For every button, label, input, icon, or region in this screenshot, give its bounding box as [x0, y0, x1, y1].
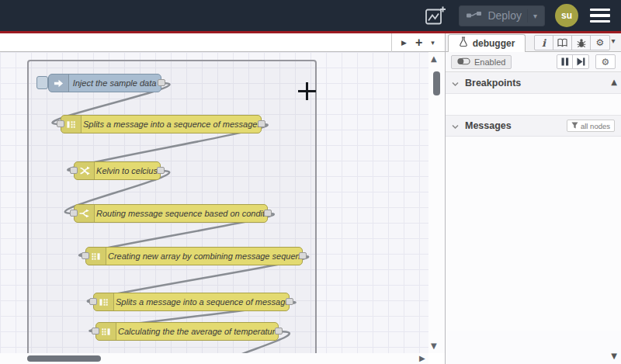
menu-bar — [590, 20, 610, 23]
output-port[interactable] — [258, 120, 265, 127]
node-label: Calculating the the average of temperatu… — [118, 323, 276, 340]
flow-node-split[interactable]: Splits a message into a sequence of mess… — [93, 293, 290, 311]
flow-canvas[interactable]: Inject the sample dataSplits a message i… — [0, 52, 428, 353]
node-label: Splits a message into a sequence of mess… — [116, 293, 286, 310]
flow-node-change[interactable]: Kelvin to celcius — [74, 161, 161, 180]
tab-debugger-label: debugger — [473, 38, 515, 49]
scroll-right-icon[interactable]: ▶ — [419, 354, 425, 362]
chevron-down-icon[interactable]: ▾ — [533, 12, 537, 20]
run-flow-icon[interactable]: ▶ — [401, 39, 407, 47]
chevron-down-icon — [452, 119, 459, 133]
tab-info[interactable]: i — [535, 36, 553, 50]
input-port[interactable] — [82, 252, 89, 259]
messages-title: Messages — [465, 120, 512, 131]
tab-debugger[interactable]: debugger — [448, 34, 526, 52]
output-port[interactable] — [157, 167, 165, 174]
sidebar-tab-bar: debugger i ⚙ ▾ — [446, 33, 621, 52]
input-port[interactable] — [92, 328, 99, 335]
node-label: Inject the sample data — [71, 75, 158, 92]
workspace: ▶ + ▾ Inject the sample dataSplits a mes… — [0, 33, 446, 364]
horizontal-scrollbar[interactable]: ▶ — [0, 353, 428, 364]
messages-body — [446, 137, 621, 331]
menu-bar — [590, 14, 610, 16]
output-port[interactable] — [264, 210, 272, 217]
sidebar-scroll-up-icon[interactable]: ▲ — [611, 78, 617, 86]
sidebar-icon-tabs: i ⚙ — [534, 35, 610, 50]
all-nodes-label: all nodes — [581, 122, 610, 130]
tab-debug-messages[interactable] — [572, 36, 591, 50]
scroll-up-icon[interactable]: ▲ — [431, 54, 437, 63]
deploy-nodes-icon — [467, 9, 482, 23]
enabled-label: Enabled — [474, 57, 505, 67]
flask-icon — [459, 36, 468, 50]
crosshair-cursor — [298, 90, 316, 92]
output-port[interactable] — [158, 79, 165, 86]
output-port[interactable] — [275, 328, 283, 335]
sidebar-scroll-down-icon[interactable]: ▼ — [611, 352, 617, 360]
input-port[interactable] — [89, 298, 97, 305]
breakpoints-body — [446, 94, 621, 115]
step-button[interactable] — [573, 55, 588, 68]
divider — [527, 9, 528, 23]
output-port[interactable] — [286, 298, 293, 305]
header: Deploy ▾ su — [0, 0, 621, 33]
sidebar-tab-chevron-icon[interactable]: ▾ — [607, 36, 619, 45]
main-area: ▶ + ▾ Inject the sample dataSplits a mes… — [0, 33, 621, 364]
gear-icon: ⚙ — [596, 37, 605, 48]
inject-arrow-icon — [49, 75, 69, 92]
vertical-scroll-thumb[interactable] — [433, 71, 440, 95]
chevron-down-icon — [452, 76, 459, 90]
gear-icon: ⚙ — [602, 57, 610, 68]
breakpoints-section-header[interactable]: Breakpoints — [446, 72, 621, 94]
enabled-toggle-button[interactable]: Enabled — [451, 55, 512, 69]
pause-button[interactable] — [557, 55, 573, 68]
all-nodes-filter-button[interactable]: all nodes — [567, 120, 615, 132]
messages-section-header[interactable]: Messages all nodes — [446, 115, 621, 137]
flow-node-split[interactable]: Splits a message into a sequence of mess… — [61, 115, 262, 133]
flow-node-switch[interactable]: Routing message sequence based on condit… — [74, 204, 268, 223]
menu-button[interactable] — [588, 7, 612, 24]
flow-node-inject[interactable]: Inject the sample data — [48, 74, 161, 92]
sidebar: debugger i ⚙ ▾ Enabled ⚙ — [446, 33, 621, 364]
funnel-icon — [571, 122, 578, 130]
tab-help[interactable] — [553, 36, 572, 50]
debugger-settings-button[interactable]: ⚙ — [595, 54, 616, 69]
flow-node-join[interactable]: Creating new array by combining message … — [85, 247, 303, 265]
debugger-toolbar: Enabled ⚙ — [446, 52, 621, 72]
input-port[interactable] — [70, 210, 78, 217]
vertical-scrollbar[interactable]: ▲ ▼ — [428, 52, 445, 353]
add-tab-icon[interactable]: + — [415, 36, 422, 50]
info-icon: i — [542, 37, 546, 49]
flow-node-join[interactable]: Calculating the the average of temperatu… — [95, 322, 279, 341]
node-label: Creating new array by combining message … — [108, 248, 300, 265]
node-label: Splits a message into a sequence of mess… — [83, 116, 258, 133]
tab-actions: ▶ + ▾ — [391, 33, 444, 52]
input-port[interactable] — [70, 167, 78, 174]
scroll-down-icon[interactable]: ▼ — [431, 341, 437, 350]
toggle-icon — [457, 57, 470, 67]
breakpoints-title: Breakpoints — [465, 78, 521, 88]
deploy-button[interactable]: Deploy ▾ — [459, 5, 545, 26]
horizontal-scroll-thumb[interactable] — [27, 355, 101, 362]
menu-bar — [590, 9, 610, 11]
node-label: Kelvin to celcius — [96, 162, 158, 179]
inject-trigger-button[interactable] — [36, 76, 48, 89]
tab-list-chevron-icon[interactable]: ▾ — [431, 39, 435, 47]
workspace-tab-bar: ▶ + ▾ — [0, 33, 445, 52]
deploy-label: Deploy — [487, 9, 522, 22]
pause-step-group — [557, 54, 589, 69]
output-port[interactable] — [299, 252, 307, 259]
flow-assistant-icon[interactable] — [422, 5, 449, 26]
input-port[interactable] — [57, 120, 64, 127]
user-avatar[interactable]: su — [555, 4, 578, 27]
node-label: Routing message sequence based on condit… — [96, 205, 265, 222]
